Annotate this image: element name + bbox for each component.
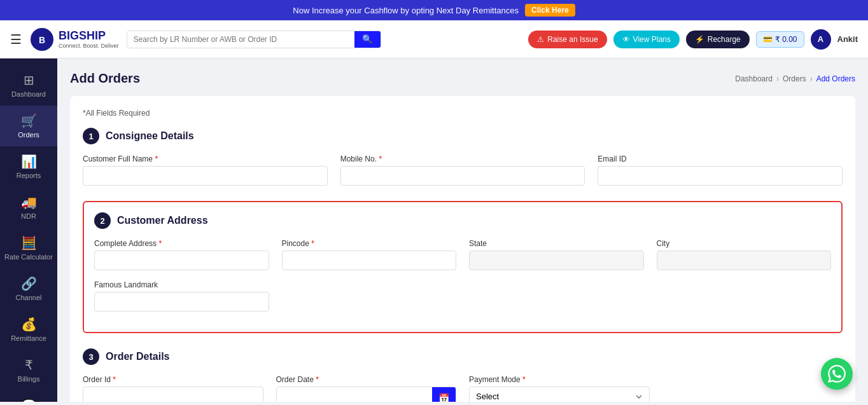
breadcrumb-sep-1: › xyxy=(776,74,779,83)
famous-landmark-group: Famous Landmark xyxy=(94,280,269,312)
payment-mode-select[interactable]: Select Prepaid COD xyxy=(469,387,650,402)
sidebar-item-ndr[interactable]: 🚚 NDR xyxy=(0,187,57,228)
mobile-no-input[interactable] xyxy=(340,166,585,186)
famous-landmark-label: Famous Landmark xyxy=(94,280,269,289)
wallet-icon: 💳 xyxy=(763,35,773,44)
banner-cta[interactable]: Click Here xyxy=(525,4,575,17)
page-title: Add Orders xyxy=(70,71,140,86)
recharge-icon: ⚡ xyxy=(695,35,704,44)
sidebar: ⊞ Dashboard 🛒 Orders 📊 Reports 🚚 NDR 🧮 R… xyxy=(0,58,57,402)
sidebar-item-remittance[interactable]: 💰 Remittance xyxy=(0,309,57,350)
required-note: *All Fields Required xyxy=(83,109,843,118)
billings-icon: ₹ xyxy=(25,357,33,373)
sidebar-label-orders: Orders xyxy=(18,131,39,139)
pincode-group: Pincode * xyxy=(282,239,457,270)
dashboard-icon: ⊞ xyxy=(24,72,34,88)
page-header: Add Orders Dashboard › Orders › Add Orde… xyxy=(70,71,855,86)
complete-address-input[interactable] xyxy=(94,251,269,270)
sidebar-item-channel[interactable]: 🔗 Channel xyxy=(0,268,57,309)
city-label: City xyxy=(657,239,832,248)
famous-landmark-input[interactable] xyxy=(94,292,269,312)
order-id-label: Order Id * xyxy=(83,375,263,384)
order-date-wrapper: 23-05-2024 📅 xyxy=(276,387,457,402)
sidebar-item-dashboard[interactable]: ⊞ Dashboard xyxy=(0,65,57,106)
city-group: City xyxy=(657,239,832,270)
order-id-input[interactable] xyxy=(83,387,263,402)
email-id-input[interactable] xyxy=(598,166,843,186)
address-section-number: 2 xyxy=(94,212,111,229)
user-avatar[interactable]: A xyxy=(811,29,831,50)
sidebar-item-rate-calculator[interactable]: 🧮 Rate Calculator xyxy=(0,228,57,268)
breadcrumb-parent[interactable]: Orders xyxy=(783,74,806,83)
consignee-section: 1 Consignee Details Customer Full Name *… xyxy=(83,128,843,186)
orders-icon: 🛒 xyxy=(21,113,37,128)
banner-text: Now Increase your Cashflow by opting Nex… xyxy=(293,6,519,15)
sidebar-label-billings: Billings xyxy=(18,375,40,383)
consignee-section-title: Consignee Details xyxy=(106,130,194,142)
sidebar-item-support[interactable]: 💬 xyxy=(0,390,57,402)
hamburger-icon[interactable]: ☰ xyxy=(10,32,22,47)
logo: B BIGSHIP Connect. Boost. Deliver xyxy=(29,27,119,52)
city-input xyxy=(657,251,832,270)
channel-icon: 🔗 xyxy=(21,276,37,291)
view-plans-icon: 👁 xyxy=(622,35,630,44)
user-name[interactable]: Ankit xyxy=(837,34,858,44)
payment-mode-group: Payment Mode * Select Prepaid COD xyxy=(469,375,650,402)
order-section-header: 3 Order Details xyxy=(83,348,843,365)
order-section: 3 Order Details Order Id * Auto Generate… xyxy=(83,348,843,402)
wallet-balance: 💳 ₹ 0.00 xyxy=(756,31,804,48)
sidebar-label-dashboard: Dashboard xyxy=(11,90,46,98)
customer-full-name-input[interactable] xyxy=(83,166,328,186)
whatsapp-fab[interactable] xyxy=(821,358,853,390)
customer-full-name-label: Customer Full Name * xyxy=(83,154,328,163)
svg-text:B: B xyxy=(39,35,45,45)
consignee-row: Customer Full Name * Mobile No. * E xyxy=(83,154,843,186)
ndr-icon: 🚚 xyxy=(21,195,37,210)
sidebar-item-billings[interactable]: ₹ Billings xyxy=(0,350,57,390)
raise-issue-button[interactable]: ⚠ Raise an Issue xyxy=(528,31,606,48)
sidebar-label-rate-calculator: Rate Calculator xyxy=(4,253,53,261)
navbar-actions: ⚠ Raise an Issue 👁 View Plans ⚡ Recharge… xyxy=(528,29,858,50)
order-row-1: Order Id * Auto Generate ID Order Date *… xyxy=(83,375,843,402)
breadcrumb: Dashboard › Orders › Add Orders xyxy=(735,74,855,83)
complete-address-label: Complete Address * xyxy=(94,239,269,248)
order-date-label: Order Date * xyxy=(276,375,457,384)
recharge-label: Recharge xyxy=(708,35,741,44)
pincode-label: Pincode * xyxy=(282,239,457,248)
search-bar: 🔍 xyxy=(127,31,381,48)
breadcrumb-home[interactable]: Dashboard xyxy=(735,74,773,83)
order-section-number: 3 xyxy=(83,348,99,365)
consignee-section-number: 1 xyxy=(83,128,99,144)
sidebar-item-reports[interactable]: 📊 Reports xyxy=(0,146,57,187)
address-row-2: Famous Landmark xyxy=(94,280,831,312)
calendar-button[interactable]: 📅 xyxy=(432,387,456,402)
logo-image: B xyxy=(29,27,55,52)
form-card: *All Fields Required 1 Consignee Details… xyxy=(70,96,855,402)
top-banner: Now Increase your Cashflow by opting Nex… xyxy=(0,0,868,20)
recharge-button[interactable]: ⚡ Recharge xyxy=(686,31,750,48)
rate-calculator-icon: 🧮 xyxy=(21,235,37,251)
logo-text: BIGSHIP xyxy=(59,29,119,43)
breadcrumb-sep-2: › xyxy=(810,74,813,83)
reports-icon: 📊 xyxy=(21,154,37,169)
state-input xyxy=(469,251,644,270)
state-label: State xyxy=(469,239,644,248)
raise-issue-icon: ⚠ xyxy=(537,35,544,44)
sidebar-item-orders[interactable]: 🛒 Orders xyxy=(0,106,57,146)
payment-mode-label: Payment Mode * xyxy=(469,375,650,384)
remittance-icon: 💰 xyxy=(21,317,37,332)
pincode-input[interactable] xyxy=(282,251,457,270)
complete-address-group: Complete Address * xyxy=(94,239,269,270)
search-input[interactable] xyxy=(127,31,354,48)
mobile-no-label: Mobile No. * xyxy=(340,154,585,163)
raise-issue-label: Raise an Issue xyxy=(547,35,598,44)
sidebar-label-reports: Reports xyxy=(17,172,41,179)
sidebar-label-channel: Channel xyxy=(16,294,42,301)
main-layout: ⊞ Dashboard 🛒 Orders 📊 Reports 🚚 NDR 🧮 R… xyxy=(0,58,868,402)
customer-full-name-group: Customer Full Name * xyxy=(83,154,328,186)
logo-sub: Connect. Boost. Deliver xyxy=(59,43,119,49)
address-section: 2 Customer Address Complete Address * Pi… xyxy=(83,201,843,333)
order-date-input[interactable]: 23-05-2024 xyxy=(277,389,433,402)
search-button[interactable]: 🔍 xyxy=(354,31,381,48)
view-plans-button[interactable]: 👁 View Plans xyxy=(613,31,680,48)
